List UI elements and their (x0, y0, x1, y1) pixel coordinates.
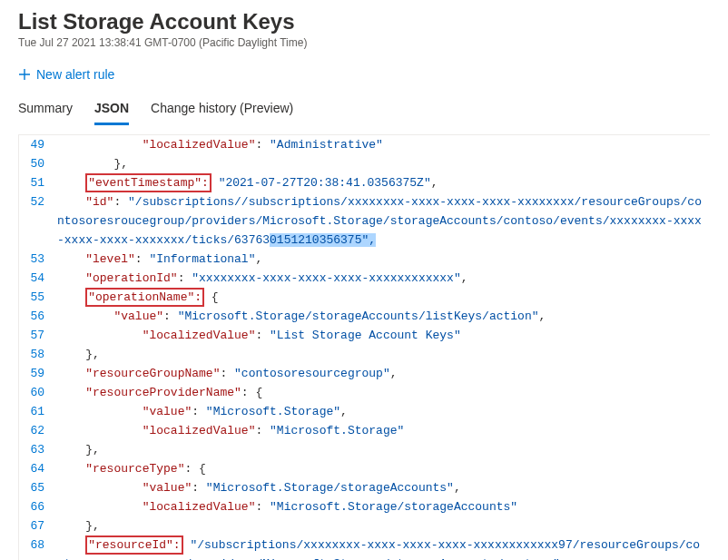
code-line: 53 "level": "Informational", (19, 250, 710, 269)
code-line: 66 "localizedValue": "Microsoft.Storage/… (19, 497, 710, 516)
code-line: 52 "id": "/subscriptions//subscriptions/… (19, 192, 710, 250)
code-line: 50 }, (19, 154, 710, 173)
line-number: 64 (19, 459, 57, 478)
code-line: 63 }, (19, 440, 710, 459)
code-line: 60 "resourceProviderName": { (19, 383, 710, 402)
page-title: List Storage Account Keys (18, 9, 710, 34)
json-viewer[interactable]: 49 "localizedValue": "Administrative" 50… (18, 134, 710, 560)
code-line: 55 "operationName": { (19, 288, 710, 307)
tab-summary[interactable]: Summary (18, 93, 73, 125)
code-line: 58 }, (19, 345, 710, 364)
code-line: 54 "operationId": "xxxxxxxx-xxxx-xxxx-xx… (19, 269, 710, 288)
line-number: 59 (19, 364, 57, 383)
line-number: 52 (19, 192, 57, 211)
line-number: 60 (19, 383, 57, 402)
highlight-box-event-timestamp: "eventTimestamp": (85, 173, 212, 192)
line-number: 55 (19, 288, 57, 307)
line-number: 62 (19, 421, 57, 440)
line-number: 66 (19, 497, 57, 516)
code-line: 68 "resourceId": "/subscriptions/xxxxxxx… (19, 535, 710, 560)
line-number: 61 (19, 402, 57, 421)
line-number: 57 (19, 326, 57, 345)
new-alert-label: New alert rule (36, 67, 114, 82)
tab-json[interactable]: JSON (94, 93, 129, 125)
text-selection: 0151210356375" (270, 233, 369, 247)
code-line: 49 "localizedValue": "Administrative" (19, 135, 710, 154)
code-line: 51 "eventTimestamp": "2021-07-27T20:38:4… (19, 173, 710, 192)
code-line: 57 "localizedValue": "List Storage Accou… (19, 326, 710, 345)
page-header: List Storage Account Keys Tue Jul 27 202… (0, 0, 728, 54)
highlight-box-resource-id: "resourceId": (85, 535, 182, 555)
code-line: 61 "value": "Microsoft.Storage", (19, 402, 710, 421)
line-number: 49 (19, 135, 57, 154)
line-number: 68 (19, 535, 57, 555)
page-timestamp: Tue Jul 27 2021 13:38:41 GMT-0700 (Pacif… (18, 36, 710, 49)
line-number: 51 (19, 173, 57, 192)
line-number: 65 (19, 478, 57, 497)
toolbar: New alert rule (0, 54, 728, 93)
tab-bar: Summary JSON Change history (Preview) (0, 93, 728, 125)
line-number: 67 (19, 516, 57, 535)
highlight-box-operation-name: "operationName": (85, 288, 204, 307)
line-number: 58 (19, 345, 57, 364)
tab-change-history[interactable]: Change history (Preview) (151, 93, 293, 125)
line-number: 54 (19, 269, 57, 288)
new-alert-button[interactable]: New alert rule (18, 67, 114, 82)
line-number: 56 (19, 307, 57, 326)
code-line: 67 }, (19, 516, 710, 535)
line-number: 63 (19, 440, 57, 459)
line-number: 53 (19, 250, 57, 269)
code-line: 65 "value": "Microsoft.Storage/storageAc… (19, 478, 710, 497)
code-line: 59 "resourceGroupName": "contosoresource… (19, 364, 710, 383)
code-line: 62 "localizedValue": "Microsoft.Storage" (19, 421, 710, 440)
line-number: 50 (19, 154, 57, 173)
code-line: 64 "resourceType": { (19, 459, 710, 478)
code-line: 56 "value": "Microsoft.Storage/storageAc… (19, 307, 710, 326)
plus-icon (18, 68, 31, 81)
